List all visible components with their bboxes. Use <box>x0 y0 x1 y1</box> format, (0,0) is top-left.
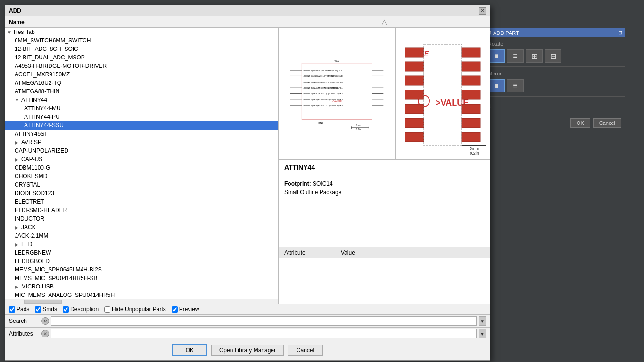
svg-rect-56 <box>424 44 462 146</box>
svg-rect-44 <box>462 76 480 85</box>
mirror-label: Mirror <box>488 71 621 76</box>
attributes-search-row: Attributes ✕ ▼ <box>5 327 490 340</box>
tree-item-attiny44[interactable]: ▼ATTINY44 <box>5 96 278 104</box>
inspector-ok-cancel: OK Cancel <box>484 115 625 132</box>
description-filter[interactable]: Description <box>63 306 99 313</box>
tree-list[interactable]: ▼ files_fab 6MM_SWITCH6MM_SWITCH 12-BIT_… <box>5 28 278 299</box>
mirror-buttons: ■ ≡ <box>488 79 621 92</box>
list-item[interactable]: CAP-UNPOLARIZED <box>5 147 278 155</box>
svg-text:5mm: 5mm <box>356 124 361 127</box>
pads-filter[interactable]: Pads <box>9 306 29 313</box>
open-library-manager-button[interactable]: Open Library Manager <box>211 345 284 356</box>
dialog-titlebar: ADD ✕ <box>5 5 490 16</box>
scrollbar-thumb[interactable] <box>24 300 62 304</box>
list-item[interactable]: JACK-2.1MM <box>5 231 278 240</box>
inspector-info: ℹ <box>484 97 625 115</box>
attributes-clear-button[interactable]: ✕ <box>41 330 49 337</box>
list-item[interactable]: MIC_MEMS_ANALOG_SPU0414HR5H <box>5 291 278 299</box>
svg-text:(POINT 6) PA4 (ADC4/USCK): (POINT 6) PA4 (ADC4/USCK) <box>303 99 330 101</box>
list-item[interactable]: MEMS_MIC_SPU0414HR5H-SB <box>5 274 278 282</box>
rotate-btn-2[interactable]: ≡ <box>507 49 524 63</box>
ok-button[interactable]: OK <box>172 344 207 356</box>
part-name: ATTINY44 <box>284 164 484 171</box>
list-item[interactable]: FTDI-SMD-HEADER <box>5 206 278 214</box>
preview-area: (POINT 1) RESET (VDD/RESET) (POINT 2) (C… <box>279 28 490 160</box>
list-item[interactable]: ELECTRET <box>5 197 278 206</box>
svg-rect-47 <box>462 118 480 128</box>
list-item[interactable]: ▶AVRISP <box>5 138 278 147</box>
attr-column-header: Attribute <box>281 248 337 257</box>
cancel-button[interactable]: Cancel <box>288 345 323 356</box>
attributes-input[interactable] <box>51 329 477 338</box>
list-item[interactable]: ATMEGA16U2-TQ <box>5 79 278 87</box>
svg-rect-51 <box>405 104 424 114</box>
horizontal-scrollbar[interactable] <box>5 299 278 304</box>
search-clear-button[interactable]: ✕ <box>41 317 49 325</box>
rotate-btn-1[interactable]: ■ <box>488 49 505 63</box>
description-checkbox[interactable] <box>63 306 69 313</box>
part-footprint: Footprint: SOIC14 <box>284 181 484 187</box>
svg-text:(POINT 7) PA3 (ADC3/...): (POINT 7) PA3 (ADC3/...) <box>303 104 327 107</box>
svg-text:(POINT 11) PA1: (POINT 11) PA1 <box>328 87 343 89</box>
list-item[interactable]: ATTINY44-PU <box>5 113 278 121</box>
smds-filter[interactable]: Smds <box>35 306 57 313</box>
list-item[interactable]: ACCEL_MXR9150MZ <box>5 70 278 79</box>
list-item[interactable]: 12-BIT_DUAL_ADC_MSOP <box>5 53 278 62</box>
dialog-close-button[interactable]: ✕ <box>479 7 486 15</box>
smds-checkbox[interactable] <box>35 306 41 313</box>
attributes-label: Attributes <box>9 330 40 337</box>
list-item[interactable]: ▶JACK <box>5 223 278 231</box>
list-item[interactable]: ATMEGA88-THIN <box>5 87 278 96</box>
list-item[interactable]: ATTINY45SI <box>5 130 278 138</box>
schematic-svg: (POINT 1) RESET (VDD/RESET) (POINT 2) (C… <box>279 28 395 159</box>
hide-unpopular-checkbox[interactable] <box>104 306 110 313</box>
list-item[interactable]: MEMS_MIC_SPH0645LM4H-BI2S <box>5 265 278 274</box>
inspector-cancel-button[interactable]: Cancel <box>593 118 621 128</box>
svg-text:(POINT 3) (MISO/ADC2/...: (POINT 3) (MISO/ADC2/... <box>303 81 327 83</box>
list-item[interactable]: ▶LED <box>5 240 278 248</box>
attributes-dropdown-button[interactable]: ▼ <box>479 329 486 338</box>
inspector-title: ADD PART <box>493 30 519 36</box>
svg-rect-52 <box>405 90 424 99</box>
list-item[interactable]: INDUCTOR <box>5 214 278 223</box>
search-input[interactable] <box>51 316 477 326</box>
hide-unpopular-filter[interactable]: Hide Unpopular Parts <box>104 306 166 313</box>
svg-text:(POINT 12) PA0: (POINT 12) PA0 <box>328 81 343 83</box>
list-item[interactable]: ▶CAP-US <box>5 155 278 164</box>
tree-item-files-fab[interactable]: ▼ files_fab <box>5 28 278 36</box>
search-dropdown-button[interactable]: ▼ <box>479 316 486 326</box>
inspector-expand-icon[interactable]: ⊞ <box>618 30 622 36</box>
list-item[interactable]: DIODESOD123 <box>5 189 278 197</box>
rotate-btn-4[interactable]: ⊟ <box>545 49 561 63</box>
svg-text:VCC: VCC <box>334 60 339 62</box>
list-item[interactable]: 6MM_SWITCH6MM_SWITCH <box>5 36 278 45</box>
right-content: (POINT 1) RESET (VDD/RESET) (POINT 2) (C… <box>279 28 490 304</box>
list-item[interactable]: ▶MICRO-USB <box>5 282 278 291</box>
main-content: ▼ files_fab 6MM_SWITCH6MM_SWITCH 12-BIT_… <box>5 28 490 304</box>
column-header: Name △ <box>5 16 490 28</box>
svg-rect-54 <box>405 62 424 71</box>
svg-rect-49 <box>405 132 424 142</box>
list-item[interactable]: A4953-H-BRIDGE-MOTOR-DRIVER <box>5 62 278 70</box>
list-item[interactable]: LEDRGBNEW <box>5 248 278 257</box>
list-item[interactable]: CRYSTAL <box>5 181 278 189</box>
rotate-btn-3[interactable]: ⊞ <box>526 49 543 63</box>
preview-filter[interactable]: Preview <box>172 306 199 313</box>
pads-checkbox[interactable] <box>9 306 15 313</box>
mirror-btn-1[interactable]: ■ <box>488 79 505 92</box>
list-item[interactable]: 12-BIT_ADC_8CH_SOIC <box>5 45 278 53</box>
list-item[interactable]: ATTINY44-MU <box>5 104 278 113</box>
svg-rect-50 <box>405 118 424 128</box>
list-item[interactable]: CDBM1100-G <box>5 164 278 172</box>
button-row: OK Open Library Manager Cancel <box>5 340 490 360</box>
preview-checkbox[interactable] <box>172 306 178 313</box>
list-item[interactable]: CHOKESMD <box>5 172 278 181</box>
tree-panel: ▼ files_fab 6MM_SWITCH6MM_SWITCH 12-BIT_… <box>5 28 279 304</box>
list-item[interactable]: LEDRGBOLD <box>5 257 278 265</box>
mirror-btn-2[interactable]: ≡ <box>507 79 524 92</box>
inspector-ok-button[interactable]: OK <box>570 118 590 128</box>
rotate-buttons: ■ ≡ ⊞ ⊟ <box>488 49 621 63</box>
svg-text:>VALUE: >VALUE <box>332 100 342 103</box>
tree-item-attiny44ssu[interactable]: ATTINY44-SSU <box>5 121 278 130</box>
schematic-preview: (POINT 1) RESET (VDD/RESET) (POINT 2) (C… <box>279 28 396 159</box>
